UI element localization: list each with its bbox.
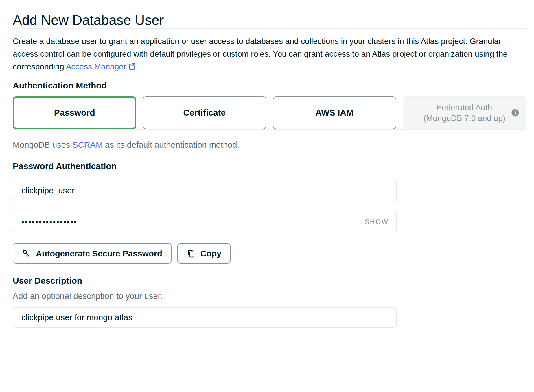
key-icon: [22, 249, 31, 258]
intro-text: Create a database user to grant an appli…: [13, 35, 519, 73]
copy-icon: [187, 249, 196, 258]
authentication-method-heading: Authentication Method: [13, 81, 526, 90]
federated-auth-label-line1: Federated Auth: [423, 102, 505, 113]
password-actions: Autogenerate Secure Password Copy: [13, 243, 526, 264]
user-description-heading: User Description: [13, 276, 526, 286]
auth-option-federated-auth-label: Federated Auth (MongoDB 7.0 and up): [423, 102, 505, 123]
scram-note-suffix: as its default authentication method.: [103, 140, 239, 149]
external-link-icon: [128, 62, 137, 71]
auth-option-password[interactable]: Password: [13, 96, 136, 129]
section-divider-password: [13, 264, 526, 264]
password-field-wrap: SHOW: [13, 212, 397, 232]
password-input[interactable]: [13, 212, 397, 232]
autogenerate-password-label: Autogenerate Secure Password: [36, 249, 162, 258]
scram-note: MongoDB uses SCRAM as its default authen…: [13, 140, 526, 150]
federated-auth-label-line2: (MongoDB 7.0 and up): [423, 113, 505, 123]
copy-password-button[interactable]: Copy: [177, 243, 231, 264]
title-divider: [13, 28, 526, 29]
show-password-button[interactable]: SHOW: [364, 218, 389, 226]
info-icon[interactable]: [511, 108, 520, 117]
user-description-helper: Add an optional description to your user…: [13, 291, 526, 301]
auth-option-aws-iam-label: AWS IAM: [315, 108, 353, 118]
password-authentication-heading: Password Authentication: [13, 161, 526, 171]
access-manager-link-label: Access Manager: [66, 62, 126, 71]
scram-link[interactable]: SCRAM: [72, 140, 103, 149]
access-manager-link[interactable]: Access Manager: [66, 62, 137, 71]
auth-method-options: Password Certificate AWS IAM Federated A…: [13, 96, 526, 129]
auth-option-aws-iam[interactable]: AWS IAM: [273, 96, 396, 129]
section-divider-auth: [13, 129, 526, 130]
user-description-input[interactable]: [13, 307, 397, 328]
auth-option-certificate-label: Certificate: [183, 108, 226, 118]
auth-option-password-label: Password: [54, 108, 95, 118]
autogenerate-password-button[interactable]: Autogenerate Secure Password: [13, 243, 172, 264]
copy-button-label: Copy: [200, 249, 222, 258]
username-input[interactable]: [13, 180, 397, 201]
add-database-user-page: Add New Database User Create a database …: [0, 0, 534, 392]
scram-note-prefix: MongoDB uses: [13, 140, 72, 149]
page-title: Add New Database User: [13, 12, 526, 28]
auth-option-certificate[interactable]: Certificate: [143, 96, 266, 129]
bottom-divider: [13, 328, 526, 328]
auth-option-federated-auth: Federated Auth (MongoDB 7.0 and up): [403, 96, 526, 129]
